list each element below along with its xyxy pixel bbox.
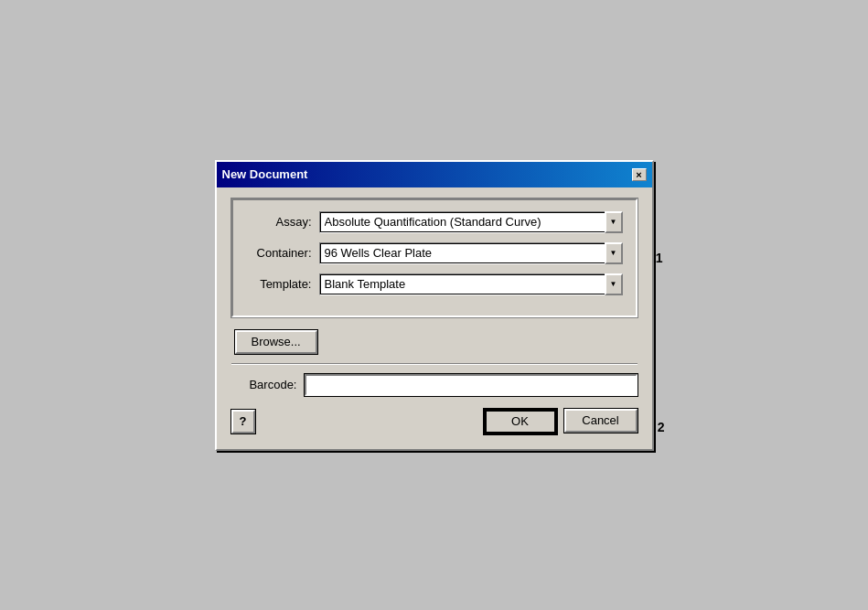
template-select-wrapper: Blank Template — [319, 273, 623, 295]
settings-group: Assay: Absolute Quantification (Standard… — [231, 198, 638, 317]
browse-row: Browse... — [231, 330, 638, 354]
assay-select[interactable]: Absolute Quantification (Standard Curve) — [319, 211, 623, 233]
template-label: Template: — [246, 277, 319, 291]
container-row: Container: 96 Wells Clear Plate — [246, 242, 623, 264]
browse-button[interactable]: Browse... — [235, 330, 317, 354]
assay-select-wrapper: Absolute Quantification (Standard Curve) — [319, 211, 623, 233]
container-select-wrapper: 96 Wells Clear Plate — [319, 242, 623, 264]
template-row: Template: Blank Template — [246, 273, 623, 295]
new-document-dialog: New Document × Assay: Absolute Quantific… — [215, 160, 654, 451]
assay-row: Assay: Absolute Quantification (Standard… — [246, 211, 623, 233]
ok-cancel-group: OK Cancel — [484, 409, 638, 434]
close-button[interactable]: × — [632, 168, 647, 181]
annotation-1: 1 — [656, 251, 663, 265]
annotation-2: 2 — [658, 420, 665, 434]
cancel-button[interactable]: Cancel — [564, 409, 638, 433]
container-select[interactable]: 96 Wells Clear Plate — [319, 242, 623, 264]
barcode-input[interactable] — [305, 374, 638, 396]
template-select[interactable]: Blank Template — [319, 273, 623, 295]
dialog-title: New Document — [222, 167, 308, 181]
barcode-label: Barcode: — [231, 378, 305, 391]
barcode-row: Barcode: — [231, 374, 638, 396]
dialog-body: Assay: Absolute Quantification (Standard… — [217, 187, 652, 449]
title-bar: New Document × — [217, 162, 652, 187]
ok-button[interactable]: OK — [484, 409, 557, 434]
container-label: Container: — [246, 246, 319, 260]
divider — [231, 363, 638, 365]
bottom-row: ? OK Cancel 2 — [231, 409, 638, 434]
help-button[interactable]: ? — [231, 410, 255, 433]
assay-label: Assay: — [246, 215, 319, 229]
